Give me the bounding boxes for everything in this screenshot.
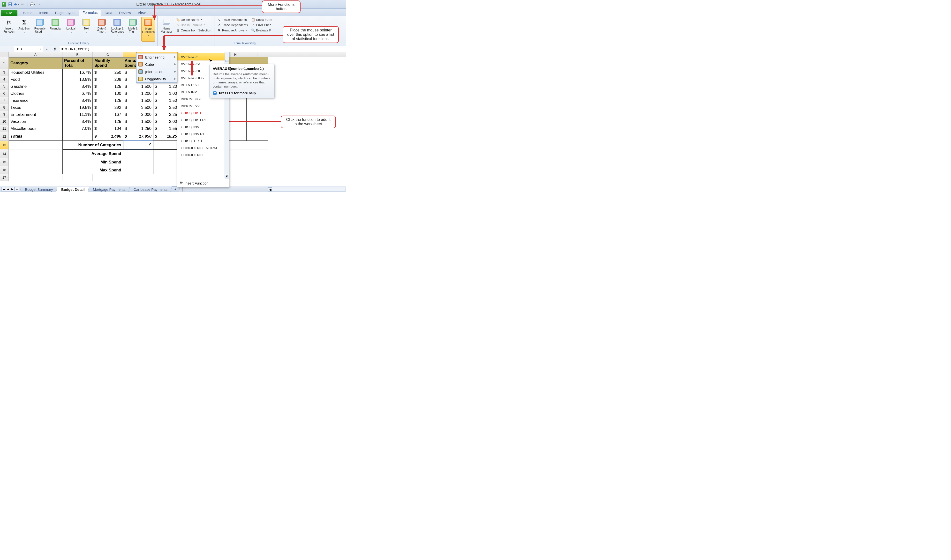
cell[interactable]: $125 xyxy=(92,118,123,125)
recently-used-button[interactable]: RecentlyUsed xyxy=(33,17,47,42)
more-functions-button[interactable]: MoreFunctions xyxy=(141,17,156,42)
cell[interactable]: $1,496 xyxy=(92,132,123,141)
sheet-tab-car-lease-payments[interactable]: Car Lease Payments xyxy=(128,187,173,192)
summary-value[interactable] xyxy=(123,158,153,166)
formula-input[interactable]: =COUNT(D3:D11) xyxy=(60,46,346,52)
cell[interactable]: Food xyxy=(9,76,62,83)
text-button[interactable]: Text xyxy=(79,17,93,42)
cell[interactable]: $208 xyxy=(92,76,123,83)
create-from-selection-button[interactable]: ▦Create from Selection xyxy=(175,28,212,32)
cell[interactable]: 8.4% xyxy=(62,97,92,104)
cell[interactable]: $1,558 xyxy=(153,125,181,132)
name-manager-button[interactable]: NameManager xyxy=(159,17,174,42)
column-header-A[interactable]: A xyxy=(9,52,62,57)
cell[interactable]: 16.7% xyxy=(62,69,92,76)
cell[interactable]: $2,000 xyxy=(123,111,153,118)
tab-review[interactable]: Review xyxy=(116,10,134,16)
column-header-I[interactable]: I xyxy=(247,52,268,57)
row-header-11[interactable]: 11 xyxy=(0,125,8,132)
cell[interactable]: $3,500 xyxy=(123,104,153,111)
insert-function-menu-item[interactable]: fxInsert Function... xyxy=(177,179,229,187)
cell[interactable]: 8.4% xyxy=(62,83,92,90)
row-header-17[interactable]: 17 xyxy=(0,174,8,181)
cell[interactable]: Clothes xyxy=(9,90,62,97)
evaluate-formula-button[interactable]: 🔍Evaluate F xyxy=(250,28,273,32)
cell[interactable]: $104 xyxy=(92,125,123,132)
function-item-binom-inv[interactable]: BINOM.INV xyxy=(177,102,229,109)
tab-page-layout[interactable]: Page Layout xyxy=(52,10,79,16)
row-header-7[interactable]: 7 xyxy=(0,97,8,104)
summary-value[interactable] xyxy=(123,149,153,158)
cell[interactable]: Vacation xyxy=(9,118,62,125)
scroll-thumb[interactable] xyxy=(225,60,228,62)
cell[interactable]: Gasoline xyxy=(9,83,62,90)
logical-button[interactable]: Logical xyxy=(64,17,78,42)
sheet-nav-next[interactable]: ▶ xyxy=(10,187,14,191)
name-box[interactable]: D13 xyxy=(14,46,43,52)
horizontal-scrollbar[interactable]: ◀ xyxy=(268,187,345,191)
sheet-tab-budget-detail[interactable]: Budget Detail xyxy=(56,187,90,192)
cell[interactable]: $292 xyxy=(92,104,123,111)
row-header-16[interactable]: 16 xyxy=(0,166,8,174)
cell[interactable]: $17,950 xyxy=(123,132,153,141)
qat-customize-icon[interactable] xyxy=(36,2,42,7)
tab-insert[interactable]: Insert xyxy=(36,10,52,16)
lookup-reference-button[interactable]: Lookup &Reference xyxy=(110,17,124,42)
show-formulas-button[interactable]: 📋Show Form xyxy=(250,17,273,22)
insert-function-button[interactable]: fxInsertFunction xyxy=(2,17,16,42)
tab-data[interactable]: Data xyxy=(101,10,116,16)
save-icon[interactable] xyxy=(8,2,13,7)
cell[interactable]: Category xyxy=(9,57,62,69)
cell[interactable]: $1,500 xyxy=(123,118,153,125)
sheet-tab-budget-summary[interactable]: Budget Summary xyxy=(20,187,58,192)
tab-home[interactable]: Home xyxy=(19,10,36,16)
cell[interactable]: $1,200 xyxy=(123,90,153,97)
financial-button[interactable]: Financial xyxy=(48,17,62,42)
row-header-10[interactable]: 10 xyxy=(0,118,8,125)
excel-icon[interactable] xyxy=(2,2,7,7)
cell[interactable]: Totals xyxy=(9,132,62,141)
row-header-12[interactable]: 12 xyxy=(0,132,8,141)
cell[interactable]: $1,500 xyxy=(153,97,181,104)
cell[interactable]: $2,250 xyxy=(153,111,181,118)
cell[interactable]: $1,500 xyxy=(123,97,153,104)
sheet-tab-mortgage-payments[interactable]: Mortgage Payments xyxy=(88,187,131,192)
define-name-button[interactable]: 🏷️Define Name xyxy=(175,17,212,22)
sheet-nav-prev[interactable]: ◀ xyxy=(6,187,10,191)
menu-item-engineering[interactable]: Engineering xyxy=(137,54,177,61)
row-header-13[interactable]: 13 xyxy=(0,141,8,149)
function-item-confidence-norm[interactable]: CONFIDENCE.NORM xyxy=(177,145,229,151)
cell[interactable]: 19.5% xyxy=(62,104,92,111)
cell[interactable]: Miscellaneous xyxy=(9,125,62,132)
cell[interactable]: Percent of Total xyxy=(62,57,92,69)
cell[interactable]: $1,500 xyxy=(123,83,153,90)
function-item-chisq-dist[interactable]: CHISQ.DIST xyxy=(177,109,229,116)
column-header-C[interactable]: C xyxy=(92,52,123,57)
row-header-15[interactable]: 15 xyxy=(0,158,8,166)
cell[interactable]: $250 xyxy=(92,69,123,76)
math-trig-button[interactable]: Math &Trig xyxy=(126,17,140,42)
cell[interactable]: $3,500 xyxy=(153,104,181,111)
column-header-B[interactable]: B xyxy=(62,52,92,57)
tab-file[interactable]: File xyxy=(1,10,17,16)
row-header-14[interactable]: 14 xyxy=(0,149,8,158)
scroll-down-icon[interactable]: ▼ xyxy=(225,174,229,178)
function-item-average[interactable]: AVERAGE xyxy=(177,53,229,60)
row-header-9[interactable]: 9 xyxy=(0,111,8,118)
summary-value[interactable] xyxy=(123,166,153,174)
cell[interactable]: $125 xyxy=(92,97,123,104)
menu-item-information[interactable]: Information xyxy=(137,68,177,75)
sheet-nav-first[interactable]: ⏮ xyxy=(2,187,6,191)
trace-precedents-button[interactable]: ↘Trace Precedents xyxy=(216,17,249,22)
cell[interactable]: $18,258 xyxy=(153,132,181,141)
cell[interactable]: 13.9% xyxy=(62,76,92,83)
cell[interactable]: 7.0% xyxy=(62,125,92,132)
summary-label[interactable]: Average Spend xyxy=(62,149,123,158)
row-header-3[interactable]: 3 xyxy=(0,69,8,76)
autosum-button[interactable]: ΣAutoSum xyxy=(17,17,31,42)
trace-dependents-button[interactable]: ↗Trace Dependents xyxy=(216,23,249,27)
cell[interactable]: Insurance xyxy=(9,97,62,104)
summary-value[interactable]: 9 xyxy=(123,141,153,149)
summary-label[interactable]: Max Spend xyxy=(62,166,123,174)
row-header-5[interactable]: 5 xyxy=(0,83,8,90)
